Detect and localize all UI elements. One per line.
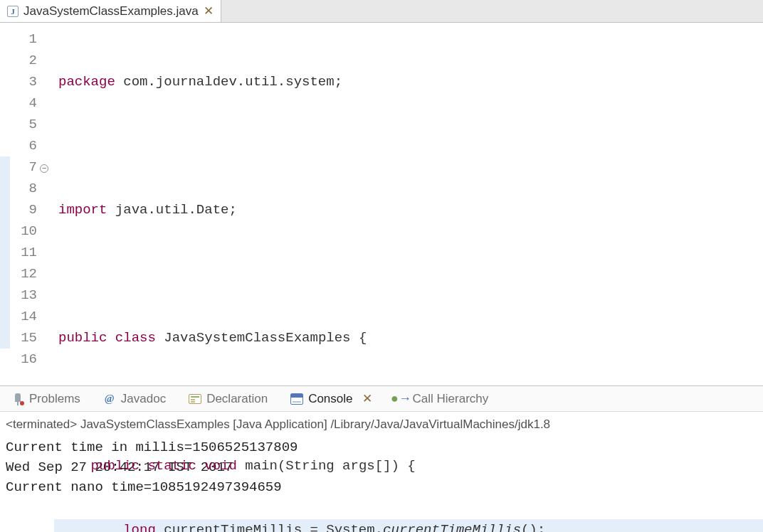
line-number: 3 (10, 71, 37, 92)
line-number: 1 (10, 28, 37, 50)
line-numbers: 1 2 3 4 5 6 7 8 9 10 11 12 13 14 15 16 (10, 28, 40, 385)
problems-icon (11, 393, 24, 405)
line-number: 15 (10, 327, 37, 349)
tab-filename: JavaSystemClassExamples.java (23, 4, 199, 18)
line-number: 10 (10, 220, 37, 242)
code-editor[interactable]: 1 2 3 4 5 6 7 8 9 10 11 12 13 14 15 16 −… (0, 23, 763, 386)
line-number: 13 (10, 284, 37, 306)
marker-column (0, 28, 10, 385)
line-number: 11 (10, 242, 37, 263)
declaration-icon (189, 393, 201, 405)
line-number: 7 (10, 156, 37, 178)
console-icon (290, 393, 303, 405)
line-number: 5 (10, 114, 37, 135)
line-number: 2 (10, 50, 37, 71)
line-number: 14 (10, 306, 37, 327)
line-number: 16 (10, 349, 37, 370)
fold-toggle-icon[interactable]: − (40, 164, 48, 173)
code-area[interactable]: package com.journaldev.util.system; impo… (54, 23, 763, 385)
line-number: 4 (10, 92, 37, 114)
editor-gutter: 1 2 3 4 5 6 7 8 9 10 11 12 13 14 15 16 − (0, 23, 54, 385)
editor-tab-bar: J JavaSystemClassExamples.java ✕ (0, 0, 763, 23)
java-file-icon: J (7, 6, 19, 17)
fold-column: − (40, 28, 54, 385)
line-number: 9 (10, 199, 37, 220)
line-number: 8 (10, 178, 37, 199)
line-number: 6 (10, 135, 37, 156)
close-icon[interactable]: ✕ (204, 4, 214, 18)
editor-tab[interactable]: J JavaSystemClassExamples.java ✕ (0, 0, 221, 22)
line-number: 12 (10, 263, 37, 284)
